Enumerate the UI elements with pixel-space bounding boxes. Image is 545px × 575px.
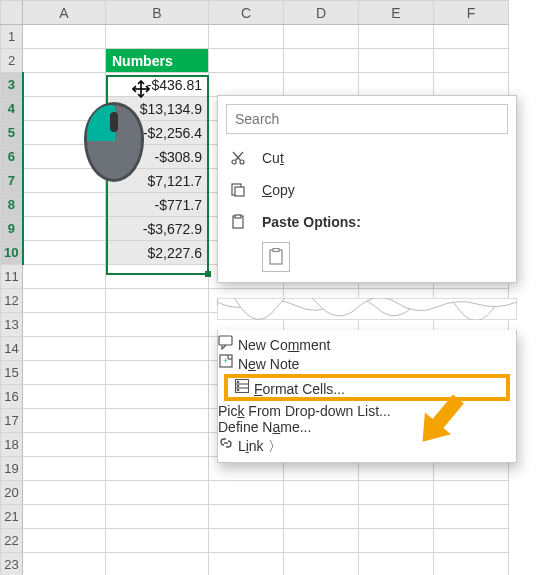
menu-label: Cut <box>262 150 502 166</box>
svg-point-2 <box>232 160 236 164</box>
svg-rect-10 <box>270 250 282 264</box>
row-header[interactable]: 7 <box>1 169 23 193</box>
row-header[interactable]: 20 <box>1 481 23 505</box>
svg-rect-7 <box>235 187 244 196</box>
row-header[interactable]: 1 <box>1 25 23 49</box>
menu-item-new-note[interactable]: + New Note <box>218 353 516 372</box>
cell[interactable]: -$771.7 <box>106 193 209 217</box>
row-header[interactable]: 16 <box>1 385 23 409</box>
svg-rect-9 <box>235 215 241 218</box>
col-header-b[interactable]: B <box>106 1 209 25</box>
menu-label: New Note <box>238 356 300 372</box>
paste-option-button[interactable] <box>262 242 290 272</box>
note-icon: + <box>218 356 238 372</box>
cell[interactable]: -$3,672.9 <box>106 217 209 241</box>
select-all-corner[interactable] <box>1 1 23 25</box>
context-search-input[interactable] <box>226 104 508 134</box>
svg-point-20 <box>237 381 239 383</box>
paste-options-row <box>218 238 516 282</box>
row-header[interactable]: 11 <box>1 265 23 289</box>
col-header-f[interactable]: F <box>434 1 509 25</box>
row-header[interactable]: 18 <box>1 433 23 457</box>
col-header-c[interactable]: C <box>209 1 284 25</box>
cell[interactable]: -$436.81 <box>106 73 209 97</box>
row-header[interactable]: 15 <box>1 361 23 385</box>
comment-icon <box>218 337 238 353</box>
spreadsheet-grid[interactable]: A B C D E F 1 2Numbers 3-$436.81 4$13,13… <box>0 0 509 575</box>
context-menu: Cut Copy Paste Options: <box>217 95 517 283</box>
cell[interactable]: $2,227.6 <box>106 241 209 265</box>
svg-rect-12 <box>219 336 232 345</box>
menu-item-new-comment[interactable]: New Comment <box>218 334 516 353</box>
menu-item-cut[interactable]: Cut <box>218 142 516 174</box>
svg-rect-11 <box>273 249 279 252</box>
menu-label: Link <box>238 438 264 454</box>
copy-icon <box>228 180 248 200</box>
menu-label: New Comment <box>238 337 331 353</box>
svg-point-3 <box>240 160 244 164</box>
callout-arrow-icon <box>410 380 480 453</box>
row-header[interactable]: 12 <box>1 289 23 313</box>
menu-item-copy[interactable]: Copy <box>218 174 516 206</box>
row-header[interactable]: 21 <box>1 505 23 529</box>
menu-label: Format Cells... <box>254 381 345 397</box>
menu-label: Pick From Drop-down List... <box>218 403 391 419</box>
menu-label: Paste Options: <box>262 214 502 230</box>
row-header[interactable]: 10 <box>1 241 23 265</box>
link-icon <box>218 438 238 454</box>
cell-header-numbers[interactable]: Numbers <box>106 49 209 73</box>
row-header[interactable]: 17 <box>1 409 23 433</box>
row-header[interactable]: 9 <box>1 217 23 241</box>
row-header[interactable]: 8 <box>1 193 23 217</box>
col-header-a[interactable]: A <box>23 1 106 25</box>
menu-item-paste-options: Paste Options: <box>218 206 516 238</box>
torn-edge <box>217 298 517 320</box>
col-header-e[interactable]: E <box>359 1 434 25</box>
row-header[interactable]: 23 <box>1 553 23 576</box>
scissors-icon <box>228 148 248 168</box>
col-header-d[interactable]: D <box>284 1 359 25</box>
menu-label: Define Name... <box>218 419 311 435</box>
chevron-right-icon: 〉 <box>268 438 282 454</box>
clipboard-icon <box>228 212 248 232</box>
format-cells-icon <box>234 381 254 397</box>
row-header[interactable]: 13 <box>1 313 23 337</box>
svg-point-22 <box>237 389 239 391</box>
context-search <box>218 96 516 142</box>
row-header[interactable]: 5 <box>1 121 23 145</box>
svg-point-21 <box>237 385 239 387</box>
row-header[interactable]: 22 <box>1 529 23 553</box>
row-header[interactable]: 6 <box>1 145 23 169</box>
mouse-graphic <box>84 102 144 182</box>
cell-cursor-icon <box>132 80 150 98</box>
svg-text:+: + <box>223 356 228 366</box>
row-header[interactable]: 2 <box>1 49 23 73</box>
menu-label: Copy <box>262 182 502 198</box>
svg-marker-24 <box>410 388 472 450</box>
row-header[interactable]: 14 <box>1 337 23 361</box>
row-header[interactable]: 4 <box>1 97 23 121</box>
row-header[interactable]: 3 <box>1 73 23 97</box>
row-header[interactable]: 19 <box>1 457 23 481</box>
